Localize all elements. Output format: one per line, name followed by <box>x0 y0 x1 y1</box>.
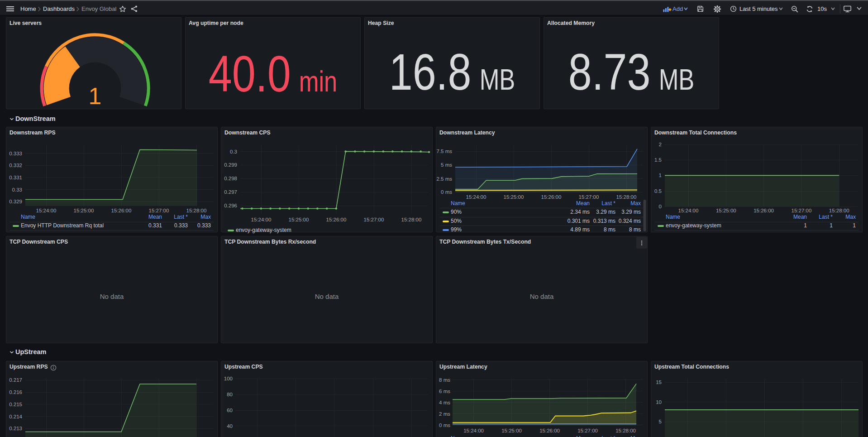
svg-text:5: 5 <box>659 419 662 424</box>
svg-text:15:26:00: 15:26:00 <box>754 208 774 213</box>
svg-text:60: 60 <box>227 408 233 413</box>
svg-text:15:25:00: 15:25:00 <box>504 194 524 200</box>
svg-text:15:25:00: 15:25:00 <box>74 208 94 213</box>
svg-text:0: 0 <box>659 204 662 209</box>
svg-text:0.216: 0.216 <box>9 389 22 395</box>
svg-text:15:27:00: 15:27:00 <box>579 194 599 200</box>
svg-text:80: 80 <box>227 392 233 397</box>
svg-text:0.296: 0.296 <box>224 203 237 208</box>
svg-text:15:28:00: 15:28:00 <box>616 194 637 200</box>
svg-text:15:26:00: 15:26:00 <box>539 428 560 433</box>
svg-text:15:25:00: 15:25:00 <box>716 208 736 213</box>
svg-text:15:26:00: 15:26:00 <box>326 217 347 222</box>
svg-text:6 ms: 6 ms <box>439 389 450 394</box>
svg-text:0.299: 0.299 <box>224 162 237 168</box>
svg-text:100: 100 <box>224 376 233 381</box>
svg-text:0.331: 0.331 <box>9 175 22 180</box>
svg-text:0.297: 0.297 <box>224 189 237 195</box>
svg-text:15:27:00: 15:27:00 <box>577 428 598 433</box>
svg-text:2 ms: 2 ms <box>439 411 450 417</box>
svg-text:0.333: 0.333 <box>9 151 22 156</box>
svg-text:15:24:00: 15:24:00 <box>678 208 699 213</box>
svg-text:0.332: 0.332 <box>9 163 22 168</box>
svg-text:0.214: 0.214 <box>9 414 22 419</box>
svg-text:15:25:00: 15:25:00 <box>501 428 522 433</box>
svg-text:15:25:00: 15:25:00 <box>289 217 309 222</box>
svg-text:4 ms: 4 ms <box>439 400 450 405</box>
svg-text:40: 40 <box>227 423 233 429</box>
svg-text:15:24:00: 15:24:00 <box>463 428 484 433</box>
svg-text:2.5 ms: 2.5 ms <box>436 176 452 182</box>
svg-text:15: 15 <box>656 379 662 385</box>
svg-text:15:24:00: 15:24:00 <box>36 208 57 213</box>
svg-text:0.298: 0.298 <box>224 176 237 181</box>
svg-text:5 ms: 5 ms <box>441 162 452 168</box>
svg-text:1: 1 <box>89 83 102 109</box>
svg-text:0.213: 0.213 <box>9 426 22 431</box>
svg-text:0.5: 0.5 <box>654 188 662 194</box>
svg-text:15:26:00: 15:26:00 <box>541 194 562 200</box>
svg-text:0.3: 0.3 <box>230 149 237 154</box>
svg-text:15:28:00: 15:28:00 <box>186 208 207 213</box>
svg-text:1.5: 1.5 <box>654 157 662 163</box>
svg-text:0.217: 0.217 <box>9 377 22 383</box>
svg-text:2: 2 <box>659 142 662 147</box>
svg-text:15:27:00: 15:27:00 <box>364 217 384 222</box>
svg-text:15:24:00: 15:24:00 <box>251 217 272 222</box>
svg-text:10: 10 <box>656 399 662 405</box>
svg-text:1: 1 <box>659 173 662 178</box>
svg-text:0.33: 0.33 <box>12 187 22 192</box>
svg-text:15:27:00: 15:27:00 <box>792 208 812 213</box>
svg-text:15:28:00: 15:28:00 <box>615 428 636 433</box>
svg-text:15:26:00: 15:26:00 <box>111 208 132 213</box>
svg-text:15:28:00: 15:28:00 <box>829 208 849 213</box>
svg-text:15:27:00: 15:27:00 <box>149 208 169 213</box>
svg-text:15:24:00: 15:24:00 <box>466 194 486 200</box>
svg-text:0 ms: 0 ms <box>439 423 450 428</box>
svg-text:15:28:00: 15:28:00 <box>401 217 422 222</box>
svg-text:7.5 ms: 7.5 ms <box>436 149 452 154</box>
svg-text:0.215: 0.215 <box>9 402 22 407</box>
svg-text:8 ms: 8 ms <box>439 377 450 383</box>
svg-text:0 ms: 0 ms <box>441 189 452 195</box>
svg-text:0.329: 0.329 <box>9 199 22 204</box>
